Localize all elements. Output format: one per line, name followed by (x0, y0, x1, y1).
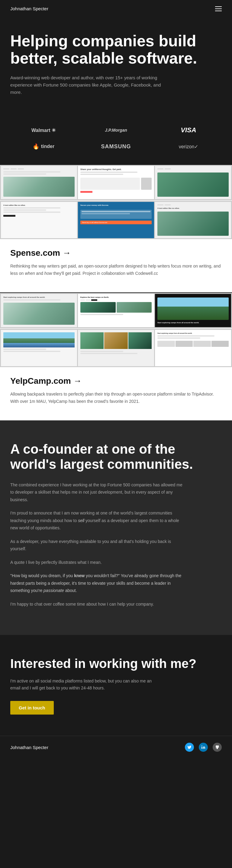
yelpcamp-info: YelpCamp.com → Allowing backpack travele… (0, 367, 232, 408)
mock-line (3, 212, 61, 213)
mock-river-image (3, 332, 75, 347)
yelpcamp-mock-5 (78, 330, 154, 366)
mock-image-3 (157, 173, 229, 197)
twitter-icon[interactable] (185, 743, 194, 752)
mock-line (80, 314, 123, 315)
mock-btn-dark (3, 215, 15, 217)
community-para-4: A quote I live by perfectly illustrates … (10, 559, 186, 566)
yelpcamp-mock-6: Start exploring camps from all around th… (155, 330, 231, 366)
hero-section: Helping companies build better, scalable… (0, 17, 232, 114)
mock-line (3, 207, 61, 209)
hamburger-menu[interactable] (215, 6, 222, 11)
linkedin-icon[interactable] (199, 743, 208, 752)
logo-samsung: SAMSUNG (101, 144, 131, 150)
mock-line (80, 174, 123, 175)
mock-line (80, 353, 138, 354)
mock-btn (80, 191, 92, 193)
mock-nav-3 (157, 168, 229, 169)
yelpcamp-mock-2: Explore the best camps on Earth. (78, 294, 154, 327)
nav-logo: Johnathan Specter (10, 6, 48, 11)
github-svg (215, 745, 219, 749)
linkedin-svg (201, 745, 205, 749)
project-spense: Share your unfiltered thoughts. Get paid… (0, 165, 232, 292)
project-yelpcamp: Start exploring camps from all around th… (0, 293, 232, 421)
community-para-5: "How big would you dream, if you knew yo… (10, 572, 186, 594)
logo-walmart: Walmart ✳ (31, 127, 55, 133)
cta-heading: Interested in working with me? (10, 656, 222, 671)
mock-block (80, 178, 140, 190)
logo-jpmorgan: J.P.Morgan (105, 128, 127, 132)
yelpcamp-image-grid (80, 332, 152, 349)
tinder-flame-icon: 🔥 (33, 143, 39, 150)
mock-line (3, 174, 46, 175)
logo-tinder: 🔥 tinder (33, 143, 54, 150)
logo-verizon: verizon✓ (179, 144, 198, 150)
spense-title[interactable]: Spense.com → (10, 248, 222, 258)
yelpcamp-title-6: Start exploring camps from all around th… (157, 332, 229, 334)
mock-line (80, 172, 138, 173)
logos-grid: Walmart ✳ J.P.Morgan VISA 🔥 tinder SAMSU… (10, 126, 222, 150)
mock-title-6: A text editor like no other. (157, 207, 229, 209)
community-para-3: As a developer, you have everything avai… (10, 538, 186, 553)
footer-logo: Johnathan Specter (10, 745, 48, 750)
yelpcamp-title-3: Start exploring camps from all around th… (157, 322, 229, 323)
mock-line (3, 351, 61, 352)
community-para-1: The combined experience I have working a… (10, 481, 186, 504)
screenshot-mock-3 (155, 166, 231, 199)
yelpcamp-mock-1: Start exploring camps from all around th… (1, 294, 77, 327)
yelpcamp-title-1: Start exploring camps from all around th… (3, 296, 75, 298)
screenshot-mock-6: A text editor like no other. (155, 202, 231, 238)
yelpcamp-link[interactable]: YelpCamp.com → (10, 376, 82, 385)
twitter-svg (187, 745, 192, 749)
hamburger-line-1 (215, 6, 222, 7)
navbar: Johnathan Specter (0, 0, 232, 17)
mock-line (3, 299, 61, 301)
community-para-2: I'm proud to announce that I am now work… (10, 509, 186, 532)
yelpcamp-screenshots-top: Start exploring camps from all around th… (0, 293, 232, 328)
screenshot-mock-4: A text editor like no other. (1, 202, 77, 238)
mock-title-2: Share your unfiltered thoughts. Get paid… (80, 168, 152, 170)
footer-social-links (185, 743, 222, 752)
yelpcamp-mock-3: Start exploring camps from all around th… (155, 294, 231, 327)
get-in-touch-button[interactable]: Get in touch (10, 701, 54, 715)
hero-headline: Helping companies build better, scalable… (10, 32, 222, 67)
spense-screenshots-bottom: A text editor like no other. Secure your… (0, 201, 232, 239)
yelpcamp-filters (80, 299, 152, 301)
mock-line (80, 351, 123, 352)
spense-description: Rethinking the way writers get paid, an … (10, 263, 222, 277)
mock-content (80, 178, 152, 190)
logo-visa: VISA (181, 126, 196, 134)
mock-title-4: A text editor like no other. (3, 204, 75, 206)
mock-mountain-image (3, 303, 75, 325)
svg-point-0 (201, 745, 202, 746)
cta-section: Interested in working with me? I'm activ… (0, 635, 232, 736)
yelpcamp-hero-image (157, 298, 229, 320)
yelpcamp-screenshots: Start exploring camps from all around th… (0, 293, 232, 367)
screenshot-mock-5: Secure your money with Escrow. Never buy… (78, 202, 154, 238)
spense-link[interactable]: Spense.com → (10, 248, 71, 257)
logos-section: Walmart ✳ J.P.Morgan VISA 🔥 tinder SAMSU… (0, 114, 232, 165)
mock-line (3, 171, 61, 173)
mock-nav-6 (157, 204, 229, 206)
hero-description: Award-winning web developer and author, … (10, 74, 167, 96)
yelpcamp-mock-4 (1, 330, 77, 366)
screenshot-mock-1 (1, 166, 77, 199)
mock-nav-1 (3, 168, 75, 169)
mock-block-blue (80, 210, 152, 219)
hamburger-line-2 (215, 8, 222, 9)
yelpcamp-title[interactable]: YelpCamp.com → (10, 376, 222, 386)
github-icon[interactable] (212, 743, 222, 752)
mock-line (157, 337, 200, 339)
mock-image (3, 177, 75, 197)
mock-line (157, 335, 215, 337)
mock-image-small (141, 178, 152, 190)
mock-line (3, 349, 46, 350)
community-para-6: I'm happy to chat over coffee some time … (10, 600, 186, 608)
yelpcamp-title-2: Explore the best camps on Earth. (80, 296, 152, 298)
screenshot-mock-2: Share your unfiltered thoughts. Get paid… (78, 166, 154, 199)
spense-screenshots-top: Share your unfiltered thoughts. Get paid… (0, 165, 232, 200)
yelpcamp-mini-grid (157, 341, 229, 347)
yelpcamp-grid (80, 302, 152, 313)
footer: Johnathan Specter (0, 736, 232, 758)
cta-description: I'm active on all social media platforms… (10, 678, 161, 692)
